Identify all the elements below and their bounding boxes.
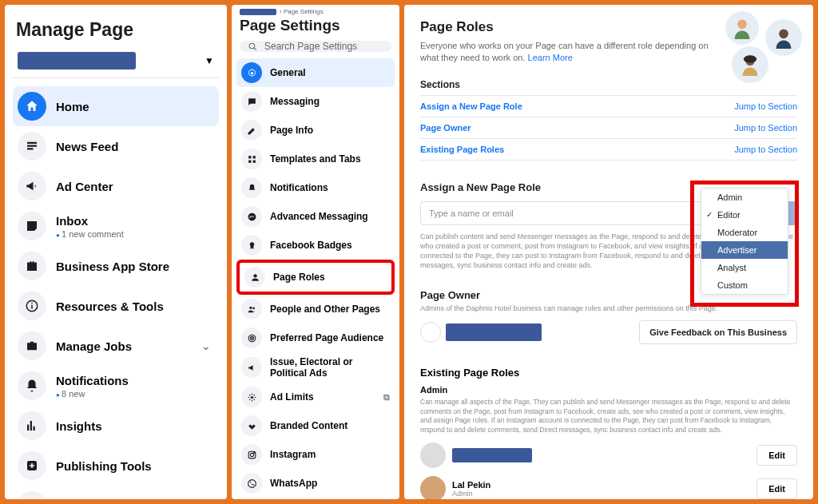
search-icon bbox=[248, 42, 258, 52]
nav-label: News Feed bbox=[56, 140, 118, 153]
svg-line-8 bbox=[254, 48, 256, 50]
bell-icon bbox=[241, 177, 262, 198]
role-option-admin[interactable]: Admin bbox=[701, 189, 788, 206]
people-icon bbox=[241, 299, 262, 319]
nav-label: Insights bbox=[56, 419, 102, 433]
nav-page-quality[interactable]: Page Quality bbox=[13, 486, 219, 499]
section-link-existing[interactable]: Existing Page Roles Jump to Section bbox=[420, 139, 797, 161]
nav-label: Ad Center bbox=[56, 180, 113, 193]
snav-label: Instagram bbox=[270, 449, 316, 460]
news-feed-icon bbox=[18, 132, 46, 161]
svg-point-29 bbox=[737, 20, 747, 30]
nav-business-app-store[interactable]: Business App Store bbox=[13, 246, 219, 286]
home-icon bbox=[18, 92, 46, 121]
snav-page-roles[interactable]: Page Roles bbox=[236, 260, 395, 295]
nav-ad-center[interactable]: Ad Center bbox=[13, 166, 219, 206]
page-selector[interactable]: ▼ bbox=[13, 52, 219, 78]
user-name: Lal Pekin bbox=[452, 480, 490, 490]
chat-icon bbox=[241, 91, 262, 112]
snav-messaging[interactable]: Messaging bbox=[236, 87, 395, 116]
role-dropdown[interactable]: Admin Editor Moderator Advertiser Analys… bbox=[701, 188, 788, 295]
owner-row: Give Feedback on This Business bbox=[420, 320, 797, 344]
section-link-text: Existing Page Roles bbox=[420, 145, 504, 154]
svg-rect-2 bbox=[31, 303, 33, 304]
role-option-moderator[interactable]: Moderator bbox=[701, 224, 788, 241]
section-link-owner[interactable]: Page Owner Jump to Section bbox=[420, 117, 797, 139]
search-page-settings[interactable]: Search Page Settings bbox=[240, 41, 391, 52]
role-option-custom[interactable]: Custom bbox=[701, 276, 788, 294]
role-option-editor[interactable]: Editor bbox=[701, 206, 788, 224]
svg-rect-13 bbox=[252, 160, 255, 162]
snav-facebook-badges[interactable]: Facebook Badges bbox=[236, 231, 395, 260]
snav-political-ads[interactable]: Issue, Electoral or Political Ads bbox=[236, 352, 395, 383]
snav-label: General bbox=[270, 67, 306, 78]
user-info: Lal Pekin Admin bbox=[420, 476, 490, 499]
snav-page-info[interactable]: Page Info bbox=[236, 116, 395, 145]
page-roles-description: Everyone who works on your Page can have… bbox=[420, 40, 724, 65]
snav-label: Page Info bbox=[270, 125, 313, 136]
role-option-analyst[interactable]: Analyst bbox=[701, 259, 788, 276]
manage-page-title: Manage Page bbox=[16, 19, 219, 41]
snav-ad-limits[interactable]: Ad Limits ⧉ bbox=[236, 383, 395, 411]
snav-label: Messaging bbox=[270, 96, 320, 107]
user-row: Lal Pekin Admin Edit bbox=[420, 476, 797, 499]
edit-button[interactable]: Edit bbox=[756, 478, 797, 499]
snav-label: WhatsApp bbox=[270, 478, 317, 489]
megaphone-icon bbox=[18, 172, 46, 200]
snav-instagram[interactable]: Instagram bbox=[236, 440, 395, 469]
page-settings-panel: › Page Settings Page Settings Search Pag… bbox=[232, 5, 399, 499]
nav-notifications[interactable]: Notifications 8 new bbox=[13, 366, 219, 406]
role-dropdown-highlight: Admin Editor Moderator Advertiser Analys… bbox=[690, 181, 799, 307]
owner-info bbox=[420, 322, 542, 343]
breadcrumb-page-chip[interactable] bbox=[240, 9, 276, 15]
svg-point-21 bbox=[251, 337, 252, 338]
existing-roles-header: Existing Page Roles bbox=[420, 367, 797, 379]
role-option-advertiser[interactable]: Advertiser bbox=[701, 241, 788, 259]
section-link-text: Assign a New Page Role bbox=[420, 101, 522, 111]
nav-resources-tools[interactable]: Resources & Tools bbox=[13, 286, 219, 326]
section-link-assign[interactable]: Assign a New Page Role Jump to Section bbox=[420, 96, 797, 117]
nav-insights[interactable]: Insights bbox=[13, 406, 219, 446]
nav-home[interactable]: Home bbox=[13, 86, 219, 126]
gear-icon bbox=[241, 62, 262, 83]
snav-label: Issue, Electoral or Political Ads bbox=[270, 356, 390, 379]
svg-point-25 bbox=[253, 452, 254, 453]
snav-label: Ad Limits bbox=[270, 391, 314, 403]
avatar-icon bbox=[732, 46, 768, 83]
svg-point-24 bbox=[250, 453, 253, 456]
nav-label: Resources & Tools bbox=[56, 300, 164, 313]
edit-button[interactable]: Edit bbox=[756, 445, 797, 466]
owner-name-chip bbox=[446, 323, 542, 341]
snav-preferred-audience[interactable]: Preferred Page Audience bbox=[236, 323, 395, 352]
svg-point-30 bbox=[779, 30, 788, 39]
snav-templates-tabs[interactable]: Templates and Tabs bbox=[236, 145, 395, 173]
whatsapp-icon bbox=[241, 473, 262, 494]
inbox-icon bbox=[18, 212, 46, 240]
nav-news-feed[interactable]: News Feed bbox=[13, 126, 219, 166]
give-feedback-button[interactable]: Give Feedback on This Business bbox=[639, 320, 797, 344]
avatar-icon bbox=[765, 19, 802, 56]
snav-branded-content[interactable]: Branded Content bbox=[236, 411, 395, 440]
svg-rect-11 bbox=[252, 156, 255, 158]
svg-rect-10 bbox=[248, 156, 251, 158]
snav-featured[interactable]: Featured bbox=[236, 498, 395, 499]
snav-general[interactable]: General bbox=[236, 58, 395, 87]
snav-label: Facebook Badges bbox=[270, 240, 352, 251]
snav-label: People and Other Pages bbox=[270, 304, 380, 315]
nav-manage-jobs[interactable]: Manage Jobs ⌄ bbox=[13, 326, 219, 366]
plus-icon bbox=[18, 451, 46, 480]
nav-label: Inbox bbox=[56, 214, 124, 228]
snav-people-other-pages[interactable]: People and Other Pages bbox=[236, 295, 395, 323]
user-avatar bbox=[420, 476, 446, 499]
owner-avatar bbox=[420, 322, 441, 343]
nav-label: Page Quality bbox=[56, 499, 129, 500]
snav-notifications[interactable]: Notifications bbox=[236, 173, 395, 202]
nav-publishing-tools[interactable]: Publishing Tools bbox=[13, 446, 219, 486]
svg-rect-5 bbox=[30, 465, 34, 466]
svg-point-16 bbox=[253, 274, 256, 277]
jump-to-section: Jump to Section bbox=[734, 123, 797, 133]
learn-more-link[interactable]: Learn More bbox=[528, 53, 573, 62]
nav-inbox[interactable]: Inbox 1 new comment bbox=[13, 206, 219, 246]
snav-whatsapp[interactable]: WhatsApp bbox=[236, 469, 395, 498]
snav-advanced-messaging[interactable]: Advanced Messaging bbox=[236, 202, 395, 231]
